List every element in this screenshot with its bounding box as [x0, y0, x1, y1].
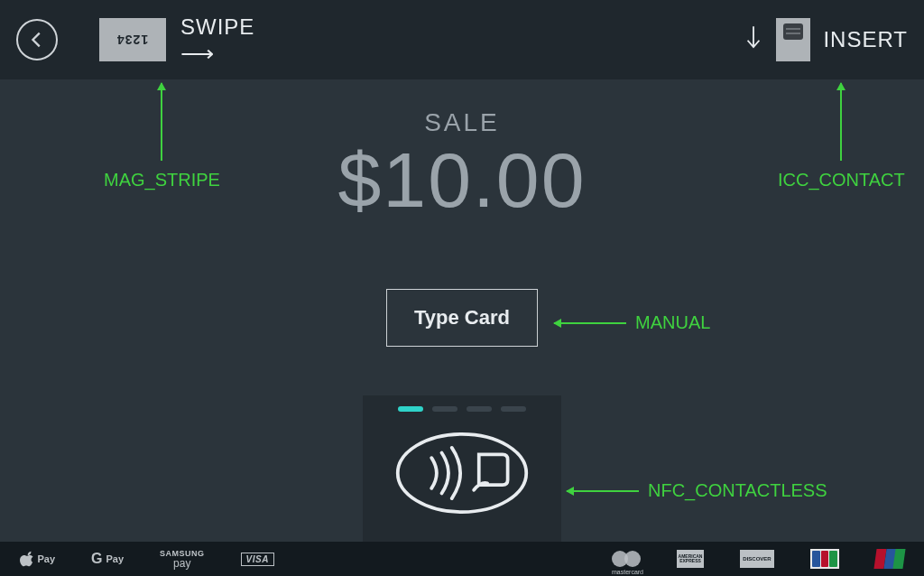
samsung-pay-logo: SAMSUNG pay	[160, 550, 205, 569]
insert-area[interactable]: INSERT	[744, 18, 908, 61]
swipe-area[interactable]: 1234 SWIPE ⟶	[99, 14, 254, 65]
contactless-icon	[394, 428, 530, 522]
magstripe-digits: 1234	[116, 33, 148, 47]
footer-brands: Pay G Pay SAMSUNG pay VISA mastercard AM…	[0, 542, 924, 576]
led-2	[432, 406, 457, 412]
sale-amount: $10.00	[0, 135, 924, 225]
swipe-label-group: SWIPE ⟶	[180, 14, 254, 65]
chip-card-icon	[776, 18, 810, 61]
mastercard-logo: mastercard	[612, 550, 641, 568]
google-pay-logo: G Pay	[91, 551, 124, 567]
annotation-manual: MANUAL	[554, 312, 710, 333]
arrow-down-icon	[744, 24, 763, 55]
unionpay-logo	[875, 549, 904, 569]
arrow-right-icon: ⟶	[180, 42, 214, 65]
apple-icon	[20, 551, 33, 567]
swipe-label: SWIPE	[180, 14, 254, 40]
magstripe-card-icon: 1234	[99, 18, 166, 61]
jcb-logo	[810, 549, 839, 569]
led-4	[501, 406, 526, 412]
visa-logo: VISA	[241, 553, 274, 566]
insert-label: INSERT	[823, 27, 908, 52]
annotation-nfc: NFC_CONTACTLESS	[567, 480, 827, 501]
back-button[interactable]	[16, 19, 58, 60]
nfc-status-leds	[398, 406, 526, 412]
type-card-button[interactable]: Type Card	[386, 289, 538, 347]
led-3	[467, 406, 492, 412]
contactless-panel[interactable]	[363, 395, 561, 542]
apple-pay-logo: Pay	[20, 551, 55, 567]
discover-logo: DISCOVER	[740, 550, 774, 568]
arrow-left-icon	[27, 30, 47, 50]
amex-logo: AMERICAN EXPRESS	[677, 550, 704, 568]
sale-label: SALE	[0, 108, 924, 137]
led-1	[398, 406, 423, 412]
top-bar: 1234 SWIPE ⟶ INSERT	[0, 0, 924, 79]
